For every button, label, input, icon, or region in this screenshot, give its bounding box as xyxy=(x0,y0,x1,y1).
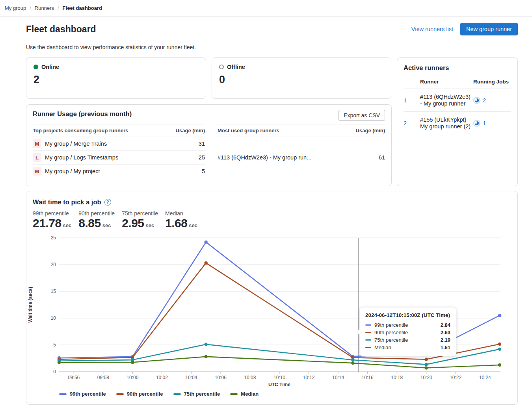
legend-label: 90th percentile xyxy=(127,391,163,397)
online-count: 2 xyxy=(33,74,199,85)
svg-text:25: 25 xyxy=(51,235,56,241)
runner-rank: 1 xyxy=(404,89,420,112)
svg-text:09:56: 09:56 xyxy=(68,375,80,380)
running-jobs-column-header: Running Jobs xyxy=(473,77,511,89)
runner-column-header: Runner xyxy=(420,77,473,89)
legend-item[interactable]: 75th percentile xyxy=(173,391,220,397)
most-used-runners-table: Most used group runners Usage (min) #113… xyxy=(218,124,385,178)
active-runner-row: 1 #113 (6QHdzW2e3) - My group runner xyxy=(404,89,511,112)
active-runners-panel: Active runners Runner Running Jobs 1 #11… xyxy=(397,57,518,186)
tooltip-series-row: 75th percentile2.19 xyxy=(365,336,450,344)
svg-text:5: 5 xyxy=(53,342,56,348)
online-card-label: Online xyxy=(41,64,59,70)
runner-usage-panel: Runner Usage (previous month) Export as … xyxy=(26,104,392,186)
stat-90th-percentile: 90th percentile 8.85sec xyxy=(78,210,115,232)
svg-text:10:20: 10:20 xyxy=(420,375,432,380)
svg-text:10:16: 10:16 xyxy=(362,375,374,380)
legend-label: 75th percentile xyxy=(184,391,220,397)
offline-count: 0 xyxy=(219,74,384,85)
header-actions: View runners list New group runner xyxy=(411,23,518,35)
breadcrumb: My group Runners Fleet dashboard xyxy=(0,0,532,17)
project-avatar: M xyxy=(33,167,41,176)
runner-usage-minutes: 61 xyxy=(345,137,385,178)
svg-text:15: 15 xyxy=(51,289,56,294)
active-runners-title: Active runners xyxy=(404,64,511,72)
page-header: Fleet dashboard View runners list New gr… xyxy=(26,23,518,35)
svg-text:10:18: 10:18 xyxy=(391,375,403,380)
running-status-icon xyxy=(473,120,480,127)
view-runners-list-link[interactable]: View runners list xyxy=(411,26,453,32)
runner-usage-title: Runner Usage (previous month) xyxy=(33,110,385,118)
svg-text:10:04: 10:04 xyxy=(185,375,197,380)
stat-99th-percentile: 99th percentile 21.78sec xyxy=(33,210,71,232)
project-usage-minutes: 31 xyxy=(164,137,205,151)
legend-color-chip xyxy=(116,393,124,395)
legend-color-chip xyxy=(59,393,67,395)
breadcrumb-runners[interactable]: Runners xyxy=(35,5,54,11)
svg-text:UTC Time: UTC Time xyxy=(268,382,290,387)
runner-name: #155 (ULkKYpkpt) - My group runner (2) xyxy=(420,112,473,135)
top-projects-column-header: Top projects consuming group runners xyxy=(33,124,164,137)
wait-time-title: Wait time to pick a job xyxy=(33,198,101,206)
running-jobs-badge[interactable]: 1 xyxy=(473,120,511,127)
svg-text:10:24: 10:24 xyxy=(479,375,491,380)
project-name: My group / Logs Timestamps xyxy=(45,154,118,161)
project-avatar: M xyxy=(33,139,41,148)
page-description: Use the dashboard to view performance st… xyxy=(26,44,518,50)
runner-name: #113 (6QHdzW2e3) - My group run... xyxy=(218,137,345,178)
running-status-icon xyxy=(473,97,480,104)
running-jobs-badge[interactable]: 2 xyxy=(473,97,511,104)
svg-text:10:12: 10:12 xyxy=(303,375,315,380)
breadcrumb-separator xyxy=(58,5,59,11)
legend-item[interactable]: 99th percentile xyxy=(59,391,106,397)
svg-text:10:14: 10:14 xyxy=(332,375,344,380)
legend-item[interactable]: Median xyxy=(230,391,259,397)
table-row: M My group / Merge Trains 31 xyxy=(33,137,205,151)
online-card: Online 2 xyxy=(26,57,206,99)
legend-label: Median xyxy=(241,391,259,397)
help-icon[interactable]: ? xyxy=(104,199,111,206)
offline-card: Offline 0 xyxy=(212,57,391,99)
chart-tooltip: 2024-06-12T10:15:00Z (UTC Time) 99th per… xyxy=(359,307,456,356)
runner-name: #113 (6QHdzW2e3) - My group runner xyxy=(420,89,473,112)
legend-label: 99th percentile xyxy=(70,391,106,397)
chart-legend: 99th percentile90th percentile75th perce… xyxy=(59,391,517,397)
usage-min-column-header: Usage (min) xyxy=(164,124,205,137)
svg-text:10: 10 xyxy=(51,315,56,321)
legend-item[interactable]: 90th percentile xyxy=(116,391,163,397)
project-name: My group / My project xyxy=(45,168,100,174)
active-runner-row: 2 #155 (ULkKYpkpt) - My group runner (2) xyxy=(404,112,511,135)
new-group-runner-button[interactable]: New group runner xyxy=(460,23,518,35)
most-used-runners-column-header: Most used group runners xyxy=(218,124,345,137)
wait-time-stats: 99th percentile 21.78sec 90th percentile… xyxy=(33,210,511,232)
chart-tooltip-title: 2024-06-12T10:15:00Z (UTC Time) xyxy=(365,312,450,318)
svg-text:10:02: 10:02 xyxy=(156,375,168,380)
page-title: Fleet dashboard xyxy=(26,23,96,35)
svg-text:20: 20 xyxy=(51,262,56,267)
running-jobs-count: 1 xyxy=(483,120,486,126)
project-usage-minutes: 25 xyxy=(164,151,205,165)
table-row: L My group / Logs Timestamps 25 xyxy=(33,151,205,165)
legend-color-chip xyxy=(230,393,238,395)
tooltip-series-row: 99th percentile2.84 xyxy=(365,321,450,329)
stat-75th-percentile: 75th percentile 2.95sec xyxy=(122,210,158,232)
stat-median: Median 1.68sec xyxy=(165,210,197,232)
running-jobs-count: 2 xyxy=(483,97,486,104)
svg-text:10:10: 10:10 xyxy=(273,375,285,380)
table-row: #113 (6QHdzW2e3) - My group run... 61 xyxy=(218,137,385,178)
export-csv-button[interactable]: Export as CSV xyxy=(339,110,385,121)
breadcrumb-my-group[interactable]: My group xyxy=(5,5,26,11)
svg-text:10:06: 10:06 xyxy=(215,375,227,380)
table-row: M My group / My project 5 xyxy=(33,165,205,178)
project-avatar: L xyxy=(33,153,41,162)
svg-text:09:58: 09:58 xyxy=(97,375,109,380)
project-usage-minutes: 5 xyxy=(164,165,205,178)
offline-status-icon xyxy=(219,65,224,69)
page-content: Fleet dashboard View runners list New gr… xyxy=(0,17,532,405)
svg-text:10:00: 10:00 xyxy=(126,375,138,380)
svg-text:10:22: 10:22 xyxy=(450,375,461,380)
svg-text:10:08: 10:08 xyxy=(244,375,256,380)
svg-text:0: 0 xyxy=(53,369,56,374)
usage-min-column-header: Usage (min) xyxy=(345,124,385,137)
breadcrumb-separator xyxy=(30,5,31,11)
